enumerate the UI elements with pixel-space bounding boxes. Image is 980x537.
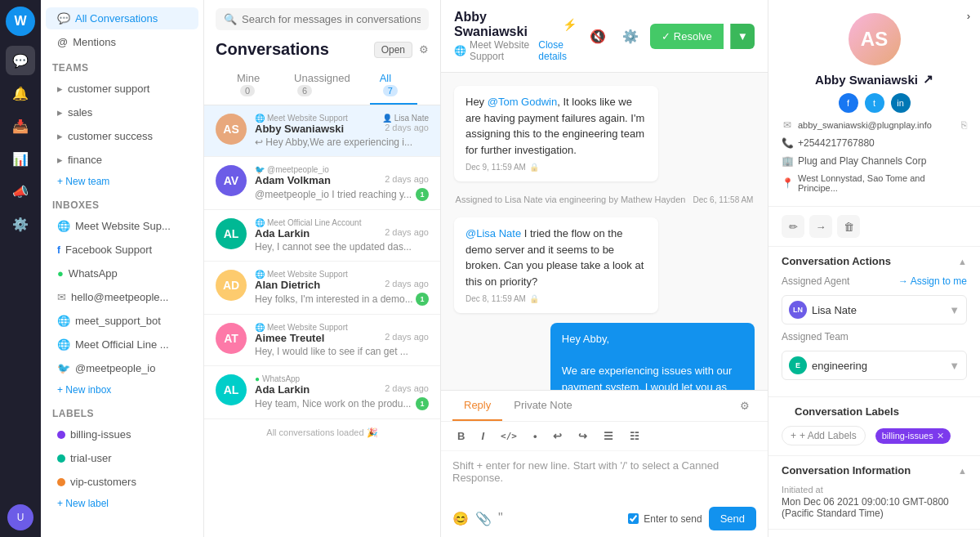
forward-button[interactable]: →: [809, 215, 832, 238]
mentions-label: Mentions: [73, 36, 116, 48]
quote-icon[interactable]: ": [498, 511, 503, 526]
more-options-button[interactable]: ⚙️: [617, 23, 644, 49]
conversation-information-header[interactable]: Conversation Information ▲: [768, 456, 980, 485]
sidebar-inbox-twitter[interactable]: 🐦 @meetpeople_io: [46, 357, 198, 379]
sidebar-label-trial[interactable]: trial-user: [46, 447, 198, 469]
company-icon: 🏢: [782, 155, 793, 167]
sidebar-inbox-facebook[interactable]: f Facebook Support: [46, 239, 198, 261]
reply-input-placeholder[interactable]: Shift + enter for new line. Start with '…: [441, 451, 768, 500]
close-details-link[interactable]: Close details: [538, 39, 577, 62]
conversation-item[interactable]: AV 🐦 @meetpeople_io Adam Volkman 2 days …: [204, 157, 440, 210]
redo-button[interactable]: ↪: [573, 427, 592, 445]
sidebar-item-all-conversations[interactable]: 💬 All Conversations: [46, 7, 198, 29]
new-team-link[interactable]: + New team: [46, 172, 198, 190]
nav-reports[interactable]: 📊: [6, 144, 35, 173]
nav-conversations[interactable]: 💬: [6, 46, 35, 75]
list-button[interactable]: ☰: [599, 427, 618, 445]
conv-source: ● WhatsApp: [255, 374, 429, 383]
remove-label-button[interactable]: ✕: [937, 431, 944, 441]
avatar: AV: [216, 165, 247, 196]
sidebar-team-sales[interactable]: ▸ sales: [46, 101, 198, 123]
tab-unassigned[interactable]: Unassigned 6: [284, 65, 370, 105]
tab-all[interactable]: All 7: [370, 65, 417, 105]
send-button[interactable]: Send: [709, 507, 756, 530]
nav-settings[interactable]: ⚙️: [6, 209, 35, 239]
nav-campaigns[interactable]: 📣: [6, 177, 35, 206]
conv-source: 🐦 @meetpeople_io: [255, 165, 429, 174]
bold-button[interactable]: B: [452, 427, 470, 445]
ordered-list-button[interactable]: ☷: [625, 427, 644, 445]
sidebar-inbox-line[interactable]: 🌐 Meet Official Line ...: [46, 333, 198, 356]
delete-button[interactable]: 🗑: [837, 215, 860, 238]
enter-to-send-toggle[interactable]: Enter to send: [628, 513, 702, 525]
team-select[interactable]: E engineering ▼: [782, 351, 967, 380]
sidebar-inbox-whatsapp[interactable]: ● WhatsApp: [46, 262, 198, 284]
conversation-actions-header[interactable]: Conversation Actions ▲: [768, 247, 980, 275]
assigned-team-row: Assigned Team: [782, 331, 967, 342]
add-labels-button[interactable]: + + Add Labels: [782, 426, 866, 445]
conversation-item[interactable]: AD 🌐 Meet Website Support Alan Dietrich …: [204, 262, 440, 315]
tab-reply[interactable]: Reply: [452, 391, 502, 421]
reply-settings-icon[interactable]: ⚙: [733, 393, 756, 418]
code-button[interactable]: </>: [496, 427, 522, 445]
whatsapp-icon: ●: [255, 374, 260, 383]
new-label-link[interactable]: + New label: [46, 494, 198, 512]
twitter-icon: 🐦: [255, 165, 265, 174]
filter-icon[interactable]: ⚙: [419, 43, 429, 56]
italic-button[interactable]: I: [476, 427, 489, 445]
attachment-icon[interactable]: 📎: [475, 511, 492, 526]
plus-icon: +: [791, 430, 796, 441]
contact-header: AS Abby Swaniawski ↗ f t in ✉ abby_swani…: [768, 0, 980, 207]
facebook-link[interactable]: f: [839, 93, 858, 113]
conversation-item[interactable]: AL ● WhatsApp Ada Larkin 2 days ago Hey …: [204, 366, 440, 419]
undo-button[interactable]: ↩: [548, 427, 567, 445]
conversation-item[interactable]: AL 🌐 Meet Official Line Account Ada Lark…: [204, 210, 440, 262]
inbox-bot-icon: 🌐: [57, 315, 70, 327]
email-icon: ✉: [782, 119, 793, 131]
team-icon: ▸: [57, 154, 63, 166]
chevron-up-icon: ▲: [958, 257, 967, 266]
contact-section: › AS Abby Swaniawski ↗ f t in ✉ abby_swa…: [768, 0, 980, 247]
twitter-link[interactable]: t: [865, 93, 884, 113]
emoji-icon[interactable]: 😊: [452, 511, 469, 526]
nav-notifications[interactable]: 🔔: [6, 78, 35, 108]
team-icon: ▸: [57, 83, 63, 95]
search-bar[interactable]: 🔍: [216, 8, 429, 30]
sidebar-inbox-bot[interactable]: 🌐 meet_support_bot: [46, 310, 198, 332]
external-link-icon[interactable]: ↗: [923, 72, 933, 87]
bullet-button[interactable]: •: [528, 427, 542, 445]
status-badge[interactable]: Open: [374, 42, 412, 58]
conv-name: Abby Swaniawski: [255, 123, 344, 135]
sidebar-inbox-hello[interactable]: ✉ hello@meetpeople...: [46, 286, 198, 308]
nav-inbox[interactable]: 📥: [6, 111, 35, 141]
tab-private-note[interactable]: Private Note: [502, 391, 584, 421]
sidebar-label-billing[interactable]: billing-issues: [46, 423, 198, 445]
agent-select[interactable]: LN Lisa Nate ▼: [782, 295, 967, 324]
linkedin-link[interactable]: in: [891, 93, 911, 113]
tab-mine[interactable]: Mine 0: [227, 65, 284, 105]
avatar: AS: [216, 114, 247, 145]
sidebar-inbox-meet-website[interactable]: 🌐 Meet Website Sup...: [46, 215, 198, 237]
chat-header-info: Abby Swaniawski ⚡ 🌐 Meet Website Support…: [454, 10, 577, 62]
sidebar-team-customer-support[interactable]: ▸ customer support: [46, 78, 198, 100]
team-icon: ▸: [57, 106, 63, 119]
edit-contact-button[interactable]: ✏: [782, 215, 804, 238]
sidebar-item-mentions[interactable]: @ Mentions: [46, 31, 198, 53]
new-inbox-link[interactable]: + New inbox: [46, 381, 198, 399]
conversation-item[interactable]: AT 🌐 Meet Website Support Aimee Treutel …: [204, 315, 440, 366]
sidebar-label-vip[interactable]: vip-customers: [46, 471, 198, 493]
conversation-item[interactable]: AS 🌐 Meet Website Support 👤 Lisa Nate Ab…: [204, 105, 440, 157]
resolve-button[interactable]: ✓ Resolve: [650, 24, 724, 49]
conversation-labels-header[interactable]: Conversation Labels: [782, 397, 967, 426]
mute-button[interactable]: 🔇: [585, 23, 611, 49]
search-input[interactable]: [242, 13, 421, 25]
source-icon: 🌐: [255, 114, 265, 123]
user-avatar[interactable]: U: [7, 504, 33, 530]
sidebar-team-customer-success[interactable]: ▸ customer success: [46, 125, 198, 147]
app-logo[interactable]: W: [6, 7, 35, 36]
conv-content: 🌐 Meet Website Support Alan Dietrich 2 d…: [255, 270, 429, 306]
sidebar-team-finance[interactable]: ▸ finance: [46, 149, 198, 171]
copy-icon[interactable]: ⎘: [961, 119, 967, 131]
resolve-dropdown-button[interactable]: ▼: [730, 24, 755, 49]
chat-contact-name: Abby Swaniawski ⚡: [454, 10, 577, 39]
